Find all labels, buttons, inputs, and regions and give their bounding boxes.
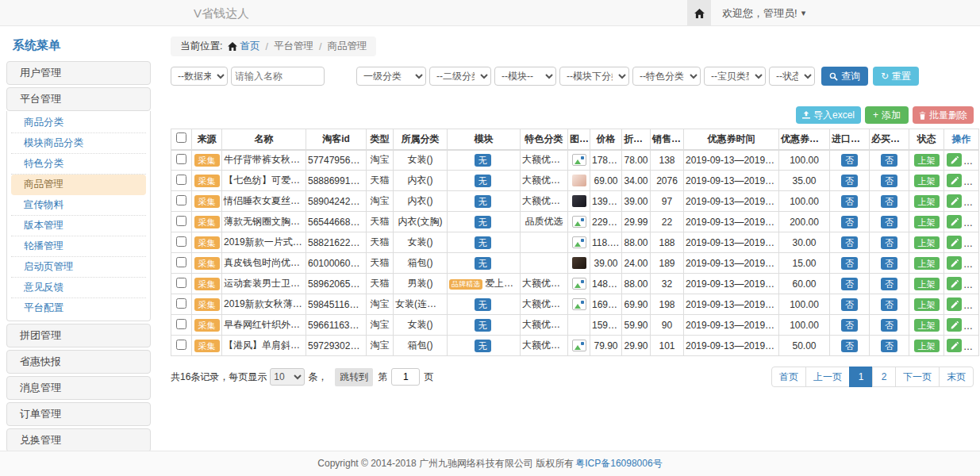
status-toggle[interactable]: 上架 xyxy=(914,340,940,352)
select-all-checkbox[interactable] xyxy=(176,132,186,143)
must-buy-toggle[interactable]: 否 xyxy=(881,319,897,332)
import-select-toggle[interactable]: 否 xyxy=(841,216,858,228)
import-excel-button[interactable]: 导入excel xyxy=(796,106,861,124)
edit-button[interactable] xyxy=(947,174,962,187)
data-source-select[interactable]: --数据来源-- xyxy=(171,67,228,86)
edit-button[interactable] xyxy=(947,236,962,249)
row-checkbox[interactable] xyxy=(176,298,186,309)
sidebar-item-product-management[interactable]: 商品管理 xyxy=(11,175,146,195)
sidebar-group-users[interactable]: 用户管理 xyxy=(6,61,151,85)
page-2-button[interactable]: 2 xyxy=(872,367,896,387)
sidebar-group-exchange[interactable]: 兑换管理 xyxy=(6,428,151,452)
search-button[interactable]: 查询 xyxy=(821,67,868,86)
edit-button[interactable] xyxy=(947,215,962,228)
import-select-toggle[interactable]: 否 xyxy=(841,195,858,208)
sidebar-group-platform[interactable]: 平台管理 xyxy=(6,87,151,111)
status-toggle[interactable]: 上架 xyxy=(914,195,940,208)
must-buy-toggle[interactable]: 否 xyxy=(881,298,897,311)
sidebar-item-splash-management[interactable]: 启动页管理 xyxy=(11,257,146,278)
icp-link[interactable]: 粤ICP备16098006号 xyxy=(575,457,662,470)
row-checkbox[interactable] xyxy=(176,278,186,288)
status-toggle[interactable]: 上架 xyxy=(914,319,940,332)
edit-button[interactable] xyxy=(947,277,962,290)
import-select-toggle[interactable]: 否 xyxy=(841,319,858,332)
page-number-input[interactable] xyxy=(391,368,420,386)
status-toggle[interactable]: 上架 xyxy=(914,298,940,311)
import-select-toggle[interactable]: 否 xyxy=(841,154,858,167)
item-type-select[interactable]: --宝贝类型-- xyxy=(704,67,766,86)
prev-page-button[interactable]: 上一页 xyxy=(805,367,850,387)
sidebar-item-feedback[interactable]: 意见反馈 xyxy=(11,278,146,298)
row-checkbox[interactable] xyxy=(176,340,186,350)
must-buy-toggle[interactable]: 否 xyxy=(881,175,897,187)
feature-category-select[interactable]: --特色分类-- xyxy=(632,67,701,86)
edit-button[interactable] xyxy=(947,318,962,332)
row-checkbox[interactable] xyxy=(176,154,186,164)
product-thumbnail xyxy=(572,278,586,290)
status-toggle[interactable]: 上架 xyxy=(914,154,940,167)
sidebar-group-message[interactable]: 消息管理 xyxy=(6,376,151,400)
import-select-toggle[interactable]: 否 xyxy=(841,175,858,187)
edit-button[interactable] xyxy=(947,256,962,270)
must-buy-toggle[interactable]: 否 xyxy=(881,216,897,228)
status-toggle[interactable]: 上架 xyxy=(914,236,940,249)
page-1-button[interactable]: 1 xyxy=(849,367,873,387)
status-toggle[interactable]: 上架 xyxy=(914,216,940,228)
must-buy-toggle[interactable]: 否 xyxy=(881,154,897,167)
must-buy-toggle[interactable]: 否 xyxy=(881,236,897,249)
category1-select[interactable]: 一级分类 xyxy=(356,67,426,86)
refresh-icon: ↻ xyxy=(881,71,889,82)
row-checkbox[interactable] xyxy=(176,216,186,226)
status-toggle[interactable]: 上架 xyxy=(914,257,940,270)
module-badge: 无 xyxy=(475,216,491,228)
next-page-button[interactable]: 下一页 xyxy=(895,367,940,387)
name-search-input[interactable] xyxy=(231,67,325,86)
sidebar-item-platform-config[interactable]: 平台配置 xyxy=(11,298,146,319)
batch-delete-button[interactable]: 批量删除 xyxy=(913,106,974,124)
jump-button[interactable]: 跳转到 xyxy=(335,368,373,386)
row-checkbox[interactable] xyxy=(176,236,186,247)
must-buy-toggle[interactable]: 否 xyxy=(881,278,897,290)
edit-button[interactable] xyxy=(947,153,962,167)
status-select[interactable]: --状态-- xyxy=(769,67,815,86)
row-checkbox[interactable] xyxy=(176,195,186,205)
row-checkbox[interactable] xyxy=(176,257,186,267)
add-button[interactable]: + 添加 xyxy=(865,106,909,124)
category2-select[interactable]: --二级分类-- xyxy=(429,67,491,86)
sidebar-group-express[interactable]: 省惠快报 xyxy=(6,350,151,374)
home-nav-button[interactable] xyxy=(687,0,711,26)
sidebar-item-product-category[interactable]: 商品分类 xyxy=(11,113,146,133)
module-sub-select[interactable]: --模块下分类-- xyxy=(559,67,629,86)
per-page-select[interactable]: 10 xyxy=(270,368,305,386)
first-page-button[interactable]: 首页 xyxy=(771,367,806,387)
edit-button[interactable] xyxy=(947,298,962,311)
must-buy-toggle[interactable]: 否 xyxy=(881,257,897,270)
import-select-toggle[interactable]: 否 xyxy=(841,278,858,290)
edit-button[interactable] xyxy=(947,194,962,208)
import-select-toggle[interactable]: 否 xyxy=(841,340,858,352)
sidebar-group-groupbuy[interactable]: 拼团管理 xyxy=(6,324,151,347)
sidebar-group-order[interactable]: 订单管理 xyxy=(6,402,151,426)
import-select-toggle[interactable]: 否 xyxy=(841,298,858,311)
module-select[interactable]: --模块-- xyxy=(494,67,556,86)
table-row: 采集 真皮钱包时尚优雅女士... 601000601341 天猫 箱包() 无 … xyxy=(171,253,979,274)
reset-button[interactable]: ↻ 重置 xyxy=(873,67,919,86)
status-toggle[interactable]: 上架 xyxy=(914,175,940,187)
edit-button[interactable] xyxy=(947,339,962,352)
status-toggle[interactable]: 上架 xyxy=(914,278,940,290)
sidebar-item-module-product-category[interactable]: 模块商品分类 xyxy=(11,133,146,154)
user-menu[interactable]: 欢迎您，管理员! ▾ xyxy=(711,0,817,26)
row-checkbox[interactable] xyxy=(176,175,186,185)
sidebar-item-version-management[interactable]: 版本管理 xyxy=(11,216,146,236)
must-buy-toggle[interactable]: 否 xyxy=(881,340,897,352)
row-checkbox[interactable] xyxy=(176,319,186,329)
sidebar-item-promo-material[interactable]: 宣传物料 xyxy=(11,195,146,216)
sidebar-item-feature-category[interactable]: 特色分类 xyxy=(11,154,146,175)
import-select-toggle[interactable]: 否 xyxy=(841,236,858,249)
discount-price: 39.00 xyxy=(622,191,651,212)
breadcrumb-home-link[interactable]: 首页 xyxy=(228,40,259,53)
last-page-button[interactable]: 末页 xyxy=(939,367,974,387)
import-select-toggle[interactable]: 否 xyxy=(841,257,858,270)
must-buy-toggle[interactable]: 否 xyxy=(881,195,897,208)
sidebar-item-carousel-management[interactable]: 轮播管理 xyxy=(11,236,146,257)
